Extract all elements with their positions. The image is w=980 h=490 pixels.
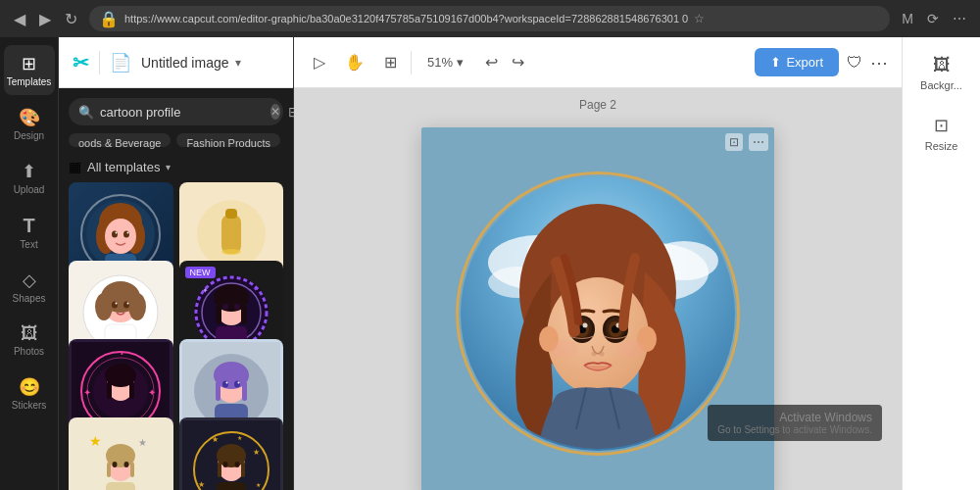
design-icon: 🎨 — [19, 107, 40, 128]
svg-point-7 — [123, 231, 129, 238]
sidebar-item-shapes[interactable]: ◇ Shapes — [4, 262, 55, 312]
toolbar-divider — [99, 51, 100, 74]
pan-tool-icon: ✋ — [345, 53, 365, 72]
lock-icon: 🔒 — [99, 10, 119, 28]
zoom-control[interactable]: 51% ▾ — [419, 51, 471, 74]
pan-tool-button[interactable]: ✋ — [339, 49, 370, 75]
title-dropdown-icon[interactable]: ▾ — [235, 56, 241, 70]
sidebar-item-text[interactable]: T Text — [4, 207, 55, 258]
more-options-button[interactable]: ⋯ — [870, 52, 888, 74]
undo-redo-controls: ↩ ↪ — [479, 49, 530, 75]
photos-icon: 🖼 — [21, 323, 38, 344]
background-panel-item[interactable]: 🖼 Backgr... — [908, 47, 975, 99]
svg-rect-93 — [241, 462, 245, 477]
svg-rect-55 — [242, 381, 247, 401]
svg-point-95 — [234, 462, 239, 467]
svg-point-80 — [124, 462, 129, 467]
stickers-icon: 😊 — [19, 376, 40, 398]
title-area: Untitled image ▾ — [141, 55, 279, 71]
chevron-down-icon: ▾ — [166, 162, 171, 172]
svg-text:★: ★ — [198, 480, 205, 489]
template-badge-4: NEW — [185, 267, 216, 278]
sidebar-label-templates: Templates — [7, 76, 52, 87]
browser-menu-button[interactable]: ⋯ — [949, 9, 970, 28]
svg-point-117 — [583, 323, 588, 328]
undo-button[interactable]: ↩ — [479, 49, 504, 75]
svg-rect-13 — [221, 215, 241, 254]
main-toolbar: ▷ ✋ ⊞ 51% ▾ ↩ ↪ ⬆ Export 🛡 ⋯ — [294, 37, 902, 88]
browser-extensions-button[interactable]: M — [898, 9, 917, 28]
svg-text:★: ★ — [256, 482, 261, 488]
template-item-8[interactable]: ★ ★ ★ ★ ★ — [179, 417, 284, 490]
svg-point-58 — [225, 382, 227, 384]
activate-windows-overlay: Activate Windows Go to Settings to activ… — [708, 405, 882, 441]
svg-point-57 — [234, 381, 240, 388]
svg-point-22 — [123, 302, 129, 309]
activate-windows-subtext: Go to Settings to activate Windows. — [717, 424, 872, 435]
search-input[interactable] — [100, 105, 265, 120]
svg-text:✦: ✦ — [253, 286, 258, 292]
resize-panel-item[interactable]: ⊡ Resize — [908, 107, 975, 160]
svg-rect-81 — [106, 482, 135, 490]
sidebar-item-design[interactable]: 🎨 Design — [4, 99, 55, 149]
svg-rect-44 — [107, 381, 112, 399]
svg-text:✦: ✦ — [83, 387, 91, 398]
shield-button[interactable]: 🛡 — [847, 54, 862, 72]
templates-grid: + — [59, 182, 293, 490]
svg-rect-92 — [218, 462, 221, 477]
svg-text:✦: ✦ — [202, 286, 209, 295]
zoom-value: 51% — [427, 55, 453, 70]
template-item-7[interactable]: ★ ★ — [69, 417, 173, 490]
page-more-icon[interactable]: ⋯ — [749, 133, 768, 151]
svg-point-119 — [592, 352, 597, 357]
back-button[interactable]: ◀ — [10, 8, 29, 30]
forward-button[interactable]: ▶ — [35, 8, 55, 30]
svg-rect-77 — [107, 463, 111, 477]
select-tool-button[interactable]: ▷ — [308, 49, 331, 75]
svg-point-5 — [105, 219, 136, 254]
export-button[interactable]: ⬆ Export — [755, 48, 839, 76]
svg-text:•: • — [121, 349, 123, 358]
zoom-dropdown-icon: ▾ — [457, 55, 464, 70]
svg-text:★: ★ — [253, 448, 260, 457]
redo-button[interactable]: ↪ — [506, 49, 530, 75]
svg-point-23 — [116, 303, 118, 305]
sidebar-item-photos[interactable]: 🖼 Photos — [4, 316, 55, 365]
url-bar[interactable]: 🔒 https://www.capcut.com/editor-graphic/… — [89, 6, 890, 31]
svg-text:★: ★ — [237, 435, 242, 441]
main-portrait — [456, 172, 740, 456]
sidebar-item-templates[interactable]: ⊞ Templates — [4, 45, 55, 95]
svg-rect-31 — [216, 303, 221, 324]
svg-point-79 — [113, 462, 118, 467]
right-panel: 🖼 Backgr... ⊡ Resize — [902, 37, 980, 490]
refresh-button[interactable]: ↻ — [61, 8, 81, 30]
category-tab-food[interactable]: oods & Beverage — [69, 133, 171, 147]
sidebar-item-upload[interactable]: ⬆ Upload — [4, 153, 55, 203]
svg-point-15 — [221, 249, 241, 255]
resize-label: Resize — [925, 140, 958, 152]
resize-icon: ⊡ — [934, 115, 949, 136]
url-text: https://www.capcut.com/editor-graphic/ba… — [124, 13, 688, 24]
shapes-icon: ◇ — [23, 270, 36, 291]
export-icon: ⬆ — [770, 55, 781, 70]
category-tab-fashion[interactable]: Fashion Products — [176, 133, 280, 147]
main-area: ▷ ✋ ⊞ 51% ▾ ↩ ↪ ⬆ Export 🛡 ⋯ — [294, 37, 902, 490]
text-icon: T — [23, 215, 34, 237]
page-expand-icon[interactable]: ⊡ — [725, 133, 743, 151]
file-icon: 📄 — [110, 52, 131, 74]
sidebar: ⊞ Templates 🎨 Design ⬆ Upload T Text ◇ S… — [0, 37, 59, 490]
svg-text:★: ★ — [89, 433, 102, 449]
svg-rect-54 — [216, 381, 220, 401]
sidebar-label-text: Text — [20, 239, 37, 250]
svg-point-33 — [222, 304, 228, 310]
background-icon: 🖼 — [933, 55, 951, 75]
browser-refresh2-button[interactable]: ⟳ — [923, 9, 943, 28]
page-label: Page 2 — [579, 98, 616, 112]
sidebar-item-stickers[interactable]: 😊 Stickers — [4, 368, 55, 418]
search-clear-button[interactable]: ✕ — [270, 104, 280, 120]
svg-point-8 — [116, 232, 118, 234]
all-templates-header[interactable]: ▦ All templates ▾ — [59, 155, 293, 182]
svg-point-34 — [234, 304, 240, 310]
layout-tool-button[interactable]: ⊞ — [378, 49, 403, 75]
svg-point-20 — [128, 293, 146, 320]
